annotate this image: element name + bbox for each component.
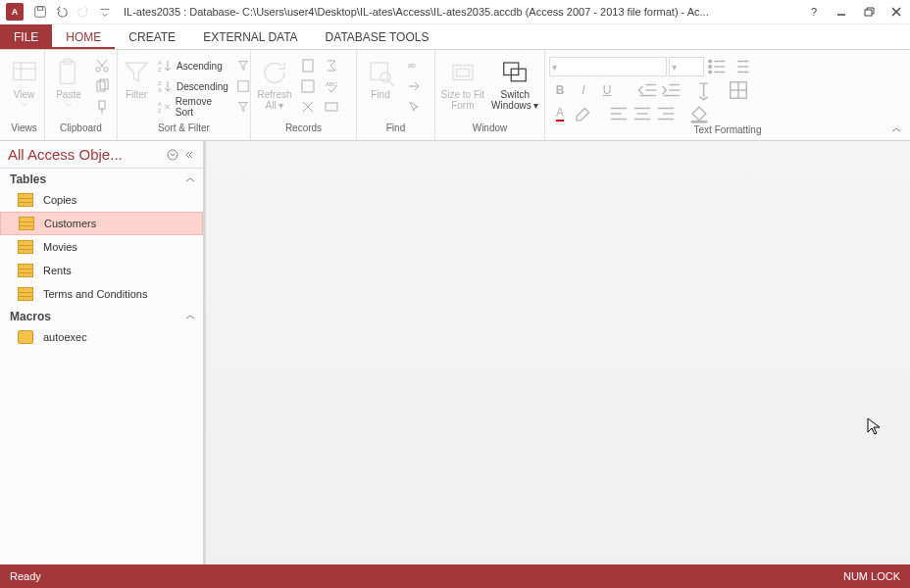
shutter-close-icon[interactable] bbox=[181, 148, 195, 162]
app-icon: A bbox=[6, 3, 24, 21]
navigation-pane: All Access Obje... Tables Copies Custome… bbox=[0, 141, 206, 564]
save-icon[interactable] bbox=[29, 1, 51, 23]
selection-icon bbox=[236, 58, 250, 74]
status-numlock: NUM LOCK bbox=[843, 570, 900, 582]
advanced-filter-button[interactable] bbox=[234, 76, 252, 96]
cut-button[interactable] bbox=[92, 56, 112, 75]
sort-desc-icon: ZA bbox=[157, 78, 173, 94]
align-left-button[interactable] bbox=[608, 104, 630, 123]
replace-icon: ab bbox=[406, 58, 422, 74]
help-icon[interactable]: ? bbox=[800, 0, 828, 24]
group-text-formatting: ▾ ▾ B I U A bbox=[545, 50, 910, 140]
svg-rect-31 bbox=[302, 80, 314, 92]
nav-item-terms[interactable]: Terms and Conditions bbox=[0, 282, 203, 306]
nav-group-macros[interactable]: Macros bbox=[0, 306, 203, 325]
close-button[interactable] bbox=[883, 0, 910, 24]
format-painter-button[interactable] bbox=[92, 97, 112, 117]
numbering-button[interactable] bbox=[730, 57, 751, 76]
table-icon bbox=[18, 240, 33, 254]
paste-button[interactable]: Paste bbox=[49, 56, 88, 121]
group-views-label: Views bbox=[8, 122, 40, 138]
select-button[interactable] bbox=[404, 97, 426, 117]
tab-database-tools[interactable]: DATABASE TOOLS bbox=[312, 24, 443, 49]
font-color-button[interactable]: A bbox=[549, 104, 571, 123]
restore-button[interactable] bbox=[855, 0, 883, 24]
svg-point-48 bbox=[709, 71, 712, 74]
nav-item-customers[interactable]: Customers bbox=[0, 212, 203, 235]
remove-sort-button[interactable]: AZRemove Sort bbox=[155, 97, 230, 117]
highlight-button[interactable] bbox=[573, 104, 594, 123]
svg-rect-29 bbox=[238, 81, 249, 92]
svg-rect-35 bbox=[326, 103, 337, 111]
replace-button[interactable]: ab bbox=[404, 56, 426, 75]
nav-item-label: Customers bbox=[44, 218, 96, 229]
collapse-ribbon-icon[interactable] bbox=[890, 124, 902, 136]
view-button[interactable]: View bbox=[8, 56, 40, 121]
copy-button[interactable] bbox=[92, 76, 112, 96]
italic-button[interactable]: I bbox=[573, 80, 594, 100]
filter-button[interactable]: Filter bbox=[122, 56, 151, 121]
cut-icon bbox=[94, 58, 110, 74]
refresh-all-button[interactable]: Refresh All ▾ bbox=[255, 56, 294, 121]
underline-button[interactable]: U bbox=[596, 80, 618, 100]
svg-rect-6 bbox=[13, 63, 35, 80]
svg-rect-41 bbox=[457, 69, 470, 76]
tab-home[interactable]: HOME bbox=[52, 24, 115, 49]
collapse-group-icon[interactable] bbox=[185, 312, 195, 322]
spelling-button[interactable]: ABC bbox=[322, 76, 341, 96]
tab-external-data[interactable]: EXTERNAL DATA bbox=[189, 24, 311, 49]
minimize-button[interactable] bbox=[828, 0, 855, 24]
bold-button[interactable]: B bbox=[549, 80, 571, 100]
delete-record-button[interactable] bbox=[298, 97, 318, 117]
nav-item-copies[interactable]: Copies bbox=[0, 188, 203, 212]
svg-rect-40 bbox=[453, 66, 473, 80]
totals-button[interactable] bbox=[322, 56, 341, 75]
svg-point-37 bbox=[380, 73, 390, 82]
more-records-button[interactable] bbox=[322, 97, 341, 117]
spelling-icon: ABC bbox=[324, 78, 339, 94]
svg-text:Z: Z bbox=[158, 67, 162, 73]
nav-group-tables[interactable]: Tables bbox=[0, 169, 203, 188]
align-center-button[interactable] bbox=[632, 104, 653, 123]
macro-icon bbox=[18, 330, 33, 344]
toggle-filter-icon bbox=[236, 99, 250, 115]
fill-color-button[interactable] bbox=[688, 104, 710, 123]
nav-item-movies[interactable]: Movies bbox=[0, 235, 203, 259]
table-icon bbox=[18, 264, 33, 277]
ascending-button[interactable]: AZAscending bbox=[155, 56, 230, 75]
chevron-down-icon bbox=[65, 102, 73, 107]
switch-windows-button[interactable]: Switch Windows ▾ bbox=[490, 56, 540, 121]
decrease-indent-button[interactable] bbox=[637, 80, 659, 100]
text-direction-button[interactable] bbox=[694, 80, 716, 100]
size-to-fit-button[interactable]: Size to Fit Form bbox=[439, 56, 486, 121]
gridlines-button[interactable] bbox=[728, 80, 749, 100]
font-size-combo[interactable]: ▾ bbox=[669, 57, 704, 76]
document-workspace bbox=[206, 141, 910, 564]
goto-button[interactable] bbox=[404, 76, 426, 96]
undo-icon[interactable] bbox=[51, 1, 73, 23]
font-family-combo[interactable]: ▾ bbox=[549, 57, 667, 76]
size-to-fit-icon bbox=[448, 58, 478, 87]
redo-icon[interactable] bbox=[73, 1, 94, 23]
bullets-button[interactable] bbox=[706, 57, 728, 76]
new-record-button[interactable] bbox=[298, 56, 318, 75]
status-bar: Ready NUM LOCK bbox=[0, 564, 910, 588]
descending-button[interactable]: ZADescending bbox=[155, 76, 230, 96]
nav-dropdown-icon[interactable] bbox=[166, 148, 179, 162]
toggle-filter-button[interactable] bbox=[234, 97, 252, 117]
nav-header[interactable]: All Access Obje... bbox=[0, 141, 203, 169]
tab-file[interactable]: FILE bbox=[0, 24, 52, 49]
find-button[interactable]: Find bbox=[361, 56, 400, 121]
delete-icon bbox=[300, 99, 316, 115]
svg-rect-17 bbox=[99, 101, 105, 109]
collapse-group-icon[interactable] bbox=[185, 174, 195, 185]
switch-windows-label: Switch Windows ▾ bbox=[490, 89, 540, 111]
qat-customize-icon[interactable] bbox=[94, 1, 116, 23]
tab-create[interactable]: CREATE bbox=[115, 24, 189, 49]
selection-filter-button[interactable] bbox=[234, 56, 252, 75]
nav-item-rents[interactable]: Rents bbox=[0, 259, 203, 282]
nav-item-autoexec[interactable]: autoexec bbox=[0, 325, 203, 349]
increase-indent-button[interactable] bbox=[661, 80, 682, 100]
save-record-button[interactable] bbox=[298, 76, 318, 96]
align-right-button[interactable] bbox=[655, 104, 677, 123]
